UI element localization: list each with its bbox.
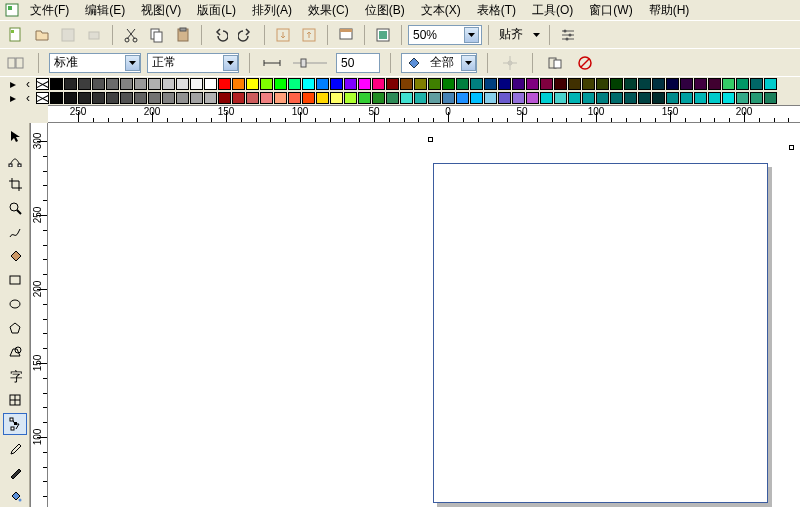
color-swatch[interactable] xyxy=(568,78,581,90)
color-swatch[interactable] xyxy=(358,78,371,90)
color-swatch[interactable] xyxy=(92,92,105,104)
outline-tool[interactable] xyxy=(3,461,27,483)
color-swatch[interactable] xyxy=(540,78,553,90)
color-swatch[interactable] xyxy=(372,78,385,90)
color-swatch[interactable] xyxy=(162,92,175,104)
color-swatch[interactable] xyxy=(470,92,483,104)
color-swatch[interactable] xyxy=(358,92,371,104)
color-swatch[interactable] xyxy=(498,92,511,104)
color-swatch[interactable] xyxy=(120,92,133,104)
color-swatch[interactable] xyxy=(722,92,735,104)
color-swatch[interactable] xyxy=(540,92,553,104)
color-swatch[interactable] xyxy=(750,78,763,90)
new-button[interactable] xyxy=(4,23,28,47)
open-button[interactable] xyxy=(30,23,54,47)
color-swatch[interactable] xyxy=(302,78,315,90)
ellipse-tool[interactable] xyxy=(3,293,27,315)
color-swatch[interactable] xyxy=(694,78,707,90)
freehand-tool[interactable] xyxy=(3,221,27,243)
color-swatch[interactable] xyxy=(442,92,455,104)
color-swatch[interactable] xyxy=(428,78,441,90)
color-swatch[interactable] xyxy=(92,78,105,90)
menu-layout[interactable]: 版面(L) xyxy=(191,0,242,21)
color-swatch[interactable] xyxy=(512,92,525,104)
slider-icon[interactable] xyxy=(290,51,330,75)
color-swatch[interactable] xyxy=(260,78,273,90)
palette-play-icon[interactable]: ▸ xyxy=(6,92,20,104)
color-swatch[interactable] xyxy=(218,92,231,104)
welcome-button[interactable] xyxy=(371,23,395,47)
color-swatch[interactable] xyxy=(232,78,245,90)
color-swatch[interactable] xyxy=(316,92,329,104)
color-swatch[interactable] xyxy=(456,92,469,104)
menu-view[interactable]: 视图(V) xyxy=(135,0,187,21)
color-swatch[interactable] xyxy=(456,78,469,90)
color-swatch[interactable] xyxy=(512,78,525,90)
stroke-weight-select[interactable]: 正常 xyxy=(147,53,239,73)
color-swatch[interactable] xyxy=(610,92,623,104)
print-button[interactable] xyxy=(82,23,106,47)
color-swatch[interactable] xyxy=(330,92,343,104)
crop-tool[interactable] xyxy=(3,173,27,195)
color-swatch[interactable] xyxy=(414,78,427,90)
copy-props-button[interactable] xyxy=(543,51,567,75)
text-tool[interactable]: 字 xyxy=(3,365,27,387)
color-swatch[interactable] xyxy=(148,78,161,90)
color-swatch[interactable] xyxy=(106,92,119,104)
color-swatch[interactable] xyxy=(442,78,455,90)
table-tool[interactable] xyxy=(3,389,27,411)
presets-button[interactable] xyxy=(4,51,28,75)
options-button[interactable] xyxy=(556,23,580,47)
menu-bitmap[interactable]: 位图(B) xyxy=(359,0,411,21)
color-swatch[interactable] xyxy=(78,92,91,104)
color-swatch[interactable] xyxy=(708,92,721,104)
color-swatch[interactable] xyxy=(554,78,567,90)
color-swatch[interactable] xyxy=(694,92,707,104)
color-swatch[interactable] xyxy=(134,78,147,90)
color-swatch[interactable] xyxy=(750,92,763,104)
zoom-tool[interactable] xyxy=(3,197,27,219)
page[interactable] xyxy=(433,163,768,503)
color-swatch[interactable] xyxy=(162,78,175,90)
color-swatch[interactable] xyxy=(638,92,651,104)
color-swatch[interactable] xyxy=(106,78,119,90)
eyedropper-tool[interactable] xyxy=(3,437,27,459)
color-swatch[interactable] xyxy=(680,78,693,90)
color-swatch[interactable] xyxy=(274,92,287,104)
color-swatch[interactable] xyxy=(316,78,329,90)
shape-tool[interactable] xyxy=(3,149,27,171)
menu-tools[interactable]: 工具(O) xyxy=(526,0,579,21)
zoom-select[interactable]: 50% xyxy=(408,25,482,45)
color-swatch[interactable] xyxy=(302,92,315,104)
color-swatch[interactable] xyxy=(764,78,777,90)
color-swatch[interactable] xyxy=(652,78,665,90)
color-swatch[interactable] xyxy=(372,92,385,104)
color-swatch[interactable] xyxy=(50,78,63,90)
color-swatch[interactable] xyxy=(526,92,539,104)
color-swatch[interactable] xyxy=(288,92,301,104)
center-button[interactable] xyxy=(498,51,522,75)
basic-shapes-tool[interactable] xyxy=(3,341,27,363)
color-swatch[interactable] xyxy=(638,78,651,90)
color-swatch[interactable] xyxy=(764,92,777,104)
color-swatch[interactable] xyxy=(624,92,637,104)
color-swatch[interactable] xyxy=(246,78,259,90)
smart-fill-tool[interactable] xyxy=(3,245,27,267)
color-swatch[interactable] xyxy=(204,92,217,104)
snap-dropdown[interactable] xyxy=(529,23,543,47)
no-fill-swatch[interactable] xyxy=(36,78,49,90)
menu-edit[interactable]: 编辑(E) xyxy=(79,0,131,21)
color-swatch[interactable] xyxy=(568,92,581,104)
color-swatch[interactable] xyxy=(484,78,497,90)
color-swatch[interactable] xyxy=(554,92,567,104)
color-swatch[interactable] xyxy=(344,78,357,90)
color-swatch[interactable] xyxy=(624,78,637,90)
menu-window[interactable]: 窗口(W) xyxy=(583,0,638,21)
handle[interactable] xyxy=(428,137,433,142)
scope-select[interactable]: 全部 xyxy=(401,53,477,73)
color-swatch[interactable] xyxy=(64,92,77,104)
color-swatch[interactable] xyxy=(274,78,287,90)
polygon-tool[interactable] xyxy=(3,317,27,339)
snap-label[interactable]: 贴齐 xyxy=(495,26,527,43)
color-swatch[interactable] xyxy=(344,92,357,104)
